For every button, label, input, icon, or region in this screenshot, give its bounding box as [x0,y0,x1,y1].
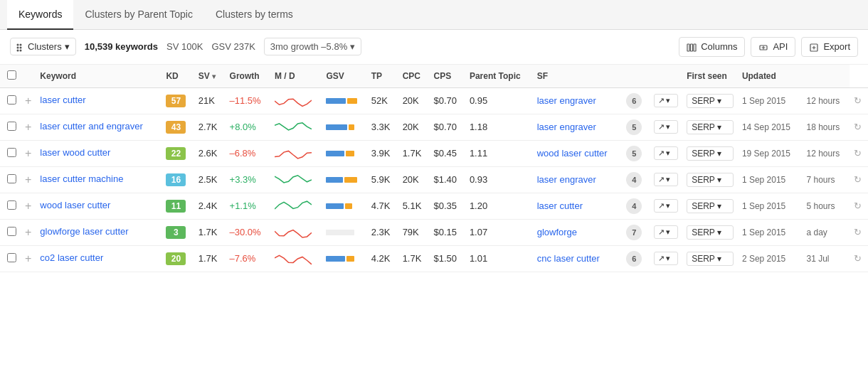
trend-dropdown[interactable]: ↗ ▾ [654,146,678,160]
col-first-seen[interactable]: First seen [682,65,738,88]
row-trend-btn[interactable]: ↗ ▾ [650,245,682,272]
row-refresh[interactable]: ↻ [850,140,868,166]
refresh-icon[interactable]: ↻ [854,122,862,132]
row-serp-btn[interactable]: SERP ▾ [682,114,738,140]
growth-dropdown[interactable]: 3mo growth –5.8% ▾ [264,38,361,55]
row-refresh[interactable]: ↻ [850,114,868,140]
row-add[interactable]: + [21,87,36,114]
col-sv[interactable]: SV ▾ [194,65,226,88]
col-growth[interactable]: Growth [226,65,270,88]
serp-dropdown[interactable]: SERP ▾ [687,120,734,134]
row-serp-btn[interactable]: SERP ▾ [682,193,738,219]
row-checkbox[interactable] [0,219,21,245]
serp-dropdown[interactable]: SERP ▾ [687,94,734,108]
select-all-checkbox[interactable] [7,70,16,80]
row-checkbox[interactable] [0,166,21,193]
trend-dropdown[interactable]: ↗ ▾ [654,199,678,213]
row-serp-btn[interactable]: SERP ▾ [682,140,738,166]
refresh-icon[interactable]: ↻ [854,95,862,106]
row-trend-btn[interactable]: ↗ ▾ [650,114,682,140]
row-checkbox[interactable] [0,245,21,272]
serp-dropdown[interactable]: SERP ▾ [687,225,734,240]
export-button[interactable]: Export [801,37,858,57]
col-cps[interactable]: CPS [429,65,465,88]
col-sf[interactable]: SF [533,65,623,88]
trend-dropdown[interactable]: ↗ ▾ [654,225,678,239]
add-keyword-icon[interactable]: + [25,147,31,159]
col-cpc[interactable]: CPC [398,65,430,88]
parent-topic-link[interactable]: laser engraver [537,174,596,185]
keyword-link[interactable]: wood laser cutter [40,200,110,210]
parent-topic-link[interactable]: cnc laser cutter [537,253,600,264]
col-gsv[interactable]: GSV [322,65,366,88]
row-trend-btn[interactable]: ↗ ▾ [650,166,682,193]
tab-keywords[interactable]: Keywords [7,0,73,30]
parent-topic-link[interactable]: glowforge [537,227,577,237]
row-checkbox[interactable] [0,193,21,219]
row-refresh[interactable]: ↻ [850,166,868,193]
row-serp-btn[interactable]: SERP ▾ [682,166,738,193]
row-trend-btn[interactable]: ↗ ▾ [650,193,682,219]
keyword-link[interactable]: glowforge laser cutter [40,226,128,237]
row-refresh[interactable]: ↻ [850,87,868,114]
row-checkbox[interactable] [0,114,21,140]
keyword-link[interactable]: laser cutter machine [40,173,123,184]
trend-dropdown[interactable]: ↗ ▾ [654,94,678,107]
row-select-checkbox[interactable] [7,253,16,262]
col-parent-topic[interactable]: Parent Topic [465,65,533,88]
row-refresh[interactable]: ↻ [850,219,868,245]
serp-dropdown[interactable]: SERP ▾ [687,173,734,187]
parent-topic-link[interactable]: laser cutter [537,200,583,211]
columns-button[interactable]: Columns [679,37,745,57]
row-trend-btn[interactable]: ↗ ▾ [650,219,682,245]
add-keyword-icon[interactable]: + [25,226,31,238]
tab-clusters-terms[interactable]: Clusters by terms [204,0,305,30]
col-updated[interactable]: Updated [738,65,803,88]
row-refresh[interactable]: ↻ [850,193,868,219]
tab-clusters-parent[interactable]: Clusters by Parent Topic [73,0,203,30]
row-add[interactable]: + [21,166,36,193]
row-add[interactable]: + [21,140,36,166]
add-keyword-icon[interactable]: + [25,200,31,212]
add-keyword-icon[interactable]: + [25,121,31,133]
refresh-icon[interactable]: ↻ [854,253,862,264]
row-add[interactable]: + [21,114,36,140]
row-add[interactable]: + [21,193,36,219]
row-add[interactable]: + [21,245,36,272]
add-keyword-icon[interactable]: + [25,252,31,264]
col-kd[interactable]: KD [162,65,194,88]
row-serp-btn[interactable]: SERP ▾ [682,219,738,245]
clusters-dropdown[interactable]: Clusters ▾ [10,38,76,55]
serp-dropdown[interactable]: SERP ▾ [687,199,734,213]
trend-dropdown[interactable]: ↗ ▾ [654,252,678,265]
row-select-checkbox[interactable] [7,227,16,236]
refresh-icon[interactable]: ↻ [854,174,862,185]
row-trend-btn[interactable]: ↗ ▾ [650,87,682,114]
keyword-link[interactable]: laser cutter and engraver [40,121,143,132]
row-checkbox[interactable] [0,87,21,114]
parent-topic-link[interactable]: laser engraver [537,95,596,106]
row-checkbox[interactable] [0,140,21,166]
row-serp-btn[interactable]: SERP ▾ [682,87,738,114]
row-select-checkbox[interactable] [7,95,16,105]
col-md[interactable]: M / D [270,65,322,88]
row-select-checkbox[interactable] [7,174,16,183]
keyword-link[interactable]: co2 laser cutter [40,252,103,263]
trend-dropdown[interactable]: ↗ ▾ [654,173,678,186]
serp-dropdown[interactable]: SERP ▾ [687,146,734,161]
parent-topic-link[interactable]: wood laser cutter [537,148,608,159]
row-select-checkbox[interactable] [7,200,16,210]
row-select-checkbox[interactable] [7,148,16,157]
keyword-link[interactable]: laser cutter [40,95,85,105]
parent-topic-link[interactable]: laser engraver [537,122,596,132]
col-tp[interactable]: TP [367,65,398,88]
trend-dropdown[interactable]: ↗ ▾ [654,120,678,134]
row-add[interactable]: + [21,219,36,245]
api-button[interactable]: API [751,37,795,57]
refresh-icon[interactable]: ↻ [854,227,862,237]
add-keyword-icon[interactable]: + [25,173,31,186]
col-keyword[interactable]: Keyword [36,65,162,88]
refresh-icon[interactable]: ↻ [854,200,862,211]
serp-dropdown[interactable]: SERP ▾ [687,252,734,266]
keyword-link[interactable]: laser wood cutter [40,147,110,158]
